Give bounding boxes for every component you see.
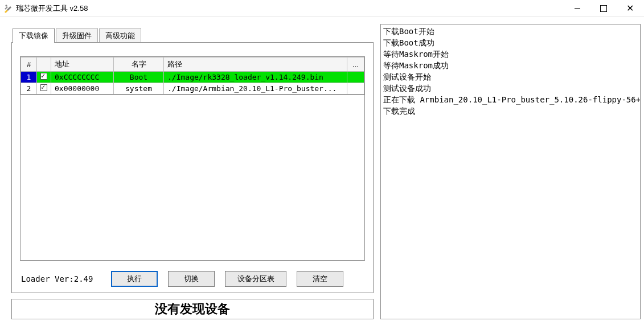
- switch-button[interactable]: 切换: [168, 271, 215, 287]
- device-status: 没有发现设备: [11, 299, 374, 319]
- minimize-button[interactable]: [564, 0, 590, 17]
- window-title: 瑞芯微开发工具 v2.58: [16, 3, 88, 14]
- log-line: 测试设备开始: [383, 71, 638, 83]
- col-header-path[interactable]: 路径: [164, 57, 347, 72]
- checkbox-icon[interactable]: [40, 73, 47, 80]
- cell-checkbox[interactable]: [37, 83, 51, 94]
- tab-download-image[interactable]: 下载镜像: [13, 28, 55, 43]
- app-icon: [3, 4, 13, 13]
- col-header-index[interactable]: #: [21, 57, 37, 72]
- loader-version-label: Loader Ver:2.49: [21, 274, 93, 283]
- cell-path[interactable]: ./Image/rk3328_loader_v1.14.249.bin: [164, 72, 347, 83]
- tab-advanced[interactable]: 高级功能: [99, 28, 141, 43]
- col-header-address[interactable]: 地址: [51, 57, 114, 72]
- table-empty-area[interactable]: [20, 95, 365, 261]
- log-line: 下载Boot成功: [383, 37, 638, 48]
- table-row[interactable]: 20x00000000system./Image/Armbian_20.10_L…: [21, 83, 364, 94]
- cell-address[interactable]: 0x00000000: [51, 83, 114, 94]
- cell-more[interactable]: [347, 83, 364, 94]
- log-line: 下载Boot开始: [383, 26, 638, 37]
- cell-index: 1: [21, 72, 37, 83]
- log-line: 测试设备成功: [383, 83, 638, 94]
- svg-rect-0: [5, 6, 8, 10]
- log-line: 下载完成: [383, 105, 638, 117]
- log-line: 等待Maskrom开始: [383, 48, 638, 60]
- checkbox-icon[interactable]: [40, 84, 47, 91]
- tabs: 下载镜像 升级固件 高级功能: [13, 27, 374, 42]
- execute-button[interactable]: 执行: [111, 271, 158, 287]
- col-header-check[interactable]: [37, 57, 51, 72]
- cell-index: 2: [21, 83, 37, 94]
- cell-path[interactable]: ./Image/Armbian_20.10_L1-Pro_buster...: [164, 83, 347, 94]
- log-output[interactable]: 下载Boot开始下载Boot成功等待Maskrom开始等待Maskrom成功测试…: [380, 24, 641, 319]
- maximize-button[interactable]: [590, 0, 617, 17]
- col-header-name[interactable]: 名字: [114, 57, 164, 72]
- cell-name[interactable]: Boot: [114, 72, 164, 83]
- log-line: 正在下载 Armbian_20.10_L1-Pro_buster_5.10.26…: [383, 94, 638, 105]
- col-header-more[interactable]: ...: [347, 57, 364, 72]
- clear-button[interactable]: 清空: [297, 271, 343, 287]
- cell-address[interactable]: 0xCCCCCCCC: [51, 72, 114, 83]
- tab-content: # 地址 名字 路径 ... 10xCCCCCCCCBoot./Image/rk…: [11, 42, 374, 293]
- partition-button[interactable]: 设备分区表: [225, 271, 286, 287]
- tab-upgrade-firmware[interactable]: 升级固件: [56, 28, 98, 43]
- cell-checkbox[interactable]: [37, 72, 51, 83]
- image-table: # 地址 名字 路径 ... 10xCCCCCCCCBoot./Image/rk…: [20, 56, 365, 95]
- log-line: 等待Maskrom成功: [383, 60, 638, 71]
- titlebar: 瑞芯微开发工具 v2.58 ✕: [0, 0, 644, 17]
- table-row[interactable]: 10xCCCCCCCCBoot./Image/rk3328_loader_v1.…: [21, 72, 364, 83]
- cell-name[interactable]: system: [114, 83, 164, 94]
- table-header-row: # 地址 名字 路径 ...: [21, 57, 364, 72]
- close-button[interactable]: ✕: [617, 0, 643, 17]
- cell-more[interactable]: [347, 72, 364, 83]
